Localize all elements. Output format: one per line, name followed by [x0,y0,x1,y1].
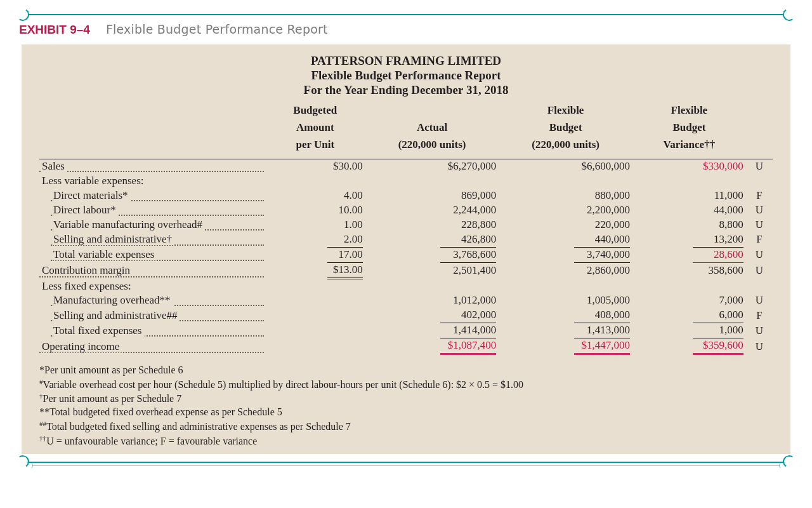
fsanda-flex: 408,000 [574,308,630,323]
opinc-flex: $1,447,000 [574,338,630,355]
fsanda-var: 6,000 [693,308,743,323]
row-fixed-sell-admin: Selling and administrative## 402,000 408… [39,308,773,323]
totfix-var: 1,000 [693,323,743,338]
row-sales: Sales $30.00 $6,270,000 $6,600,000 $330,… [39,159,773,174]
sales-act: $6,270,000 [440,159,496,174]
fsanda-act: 402,000 [440,308,496,323]
vmo-flex: 220,000 [574,218,630,232]
label-cm: Contribution margin [42,264,133,276]
dl-act: 2,244,000 [440,203,496,218]
fmo-act: 1,012,000 [440,293,496,308]
sales-var: $330,000 [693,159,743,174]
label-less-fixed: Less fixed expenses: [42,280,134,292]
totfix-act: 1,414,000 [440,323,496,338]
col-per-l2: Amount [265,121,365,138]
row-direct-materials: Direct materials* 4.00 869,000 880,000 1… [39,189,773,203]
footnote-b: #Variable overhead cost per hour (Schedu… [39,377,773,392]
label-vsanda: Selling and administrative† [53,233,174,245]
totvar-flex: 3,740,000 [574,248,630,263]
vmo-act: 228,800 [440,218,496,232]
vsanda-act: 426,800 [440,232,496,248]
footnotes: *Per unit amount as per Schedule 6 #Vari… [39,364,773,448]
opinc-act: $1,087,400 [440,338,496,355]
dm-uf: F [746,189,773,203]
totfix-flex: 1,413,000 [574,323,630,338]
cm-per: $13.00 [327,263,363,279]
cm-uf: U [746,263,773,279]
vsanda-var: 13,200 [693,232,743,248]
label-dm: Direct materials* [53,189,131,201]
exhibit-number: EXHIBIT 9–4 [19,23,90,36]
vsanda-per: 2.00 [327,232,363,248]
footnote-c: †Per unit amount as per Schedule 7 [39,391,773,406]
dl-flex: 2,200,000 [574,203,630,218]
label-vmo: Variable manufacturing overhead# [53,218,205,231]
footnote-e: ##Total budgeted fixed selling and admin… [39,419,773,434]
report-company: PATTERSON FRAMING LIMITED [39,53,773,68]
col-act-l2: Actual [365,121,499,138]
totvar-per: 17.00 [327,248,363,263]
row-less-fixed-header: Less fixed expenses: [39,279,773,294]
report-panel: PATTERSON FRAMING LIMITED Flexible Budge… [22,44,790,455]
dl-per: 10.00 [327,203,363,218]
dm-flex: 880,000 [574,189,630,203]
footnote-f: ††U = unfavourable variance; F = favoura… [39,434,773,448]
label-totvar: Total variable expenses [53,248,157,260]
row-contribution-margin: Contribution margin $13.00 2,501,400 2,8… [39,263,773,279]
label-opinc: Operating income [42,340,122,352]
sales-per: $30.00 [327,159,363,174]
performance-table: Budgeted Flexible Flexible Amount Actual… [39,104,773,355]
totfix-uf: U [746,323,773,338]
vsanda-uf: F [746,232,773,248]
footnote-a: *Per unit amount as per Schedule 6 [39,364,773,377]
opinc-uf: U [746,338,773,355]
cm-act: 2,501,400 [440,264,496,278]
label-fsanda: Selling and administrative## [53,309,180,321]
label-totfix: Total fixed expenses [53,324,145,337]
col-var-l3: Variance†† [632,138,746,155]
row-total-fixed: Total fixed expenses 1,414,000 1,413,000… [39,323,773,338]
label-fmo: Manufacturing overhead** [53,294,173,306]
row-var-sell-admin: Selling and administrative† 2.00 426,800… [39,232,773,248]
row-var-mfg-overhead: Variable manufacturing overhead# 1.00 22… [39,218,773,232]
vmo-per: 1.00 [327,218,363,232]
vmo-var: 8,800 [693,218,743,232]
fmo-uf: U [746,293,773,308]
fsanda-uf: F [746,308,773,323]
col-flex-l2: Budget [499,121,632,138]
bottom-decorative-curve [16,455,796,468]
cm-var: 358,600 [693,264,743,278]
col-var-l1: Flexible [632,104,746,121]
col-per-l3: per Unit [265,138,365,155]
dm-act: 869,000 [440,189,496,203]
page: EXHIBIT 9–4 Flexible Budget Performance … [0,0,812,508]
col-var-l2: Budget [632,121,746,138]
table-body: Sales $30.00 $6,270,000 $6,600,000 $330,… [39,159,773,356]
col-flex-l1: Flexible [499,104,632,121]
opinc-var: $359,600 [693,338,743,355]
footnote-d: **Total budgeted fixed overhead expense … [39,406,773,418]
exhibit-heading: EXHIBIT 9–4 Flexible Budget Performance … [19,22,793,38]
col-flex-l3: (220,000 units) [499,138,632,155]
totvar-uf: U [746,248,773,263]
totvar-act: 3,768,600 [440,248,496,263]
cm-flex: 2,860,000 [574,264,630,278]
row-less-var-header: Less variable expenses: [39,174,773,189]
row-fixed-mfg-overhead: Manufacturing overhead** 1,012,000 1,005… [39,293,773,308]
label-less-var: Less variable expenses: [42,175,147,187]
dm-per: 4.00 [327,189,363,203]
sales-uf: U [746,159,773,174]
row-total-variable: Total variable expenses 17.00 3,768,600 … [39,248,773,263]
vsanda-flex: 440,000 [574,232,630,248]
dm-var: 11,000 [693,189,743,203]
report-title: Flexible Budget Performance Report [39,68,773,83]
label-dl: Direct labour* [53,204,119,216]
col-act-l3: (220,000 units) [365,138,499,155]
vmo-uf: U [746,218,773,232]
dl-uf: U [746,203,773,218]
row-direct-labour: Direct labour* 10.00 2,244,000 2,200,000… [39,203,773,218]
fmo-flex: 1,005,000 [574,293,630,308]
fmo-var: 7,000 [693,293,743,308]
table-head: Budgeted Flexible Flexible Amount Actual… [39,104,773,159]
label-sales: Sales [42,160,67,172]
